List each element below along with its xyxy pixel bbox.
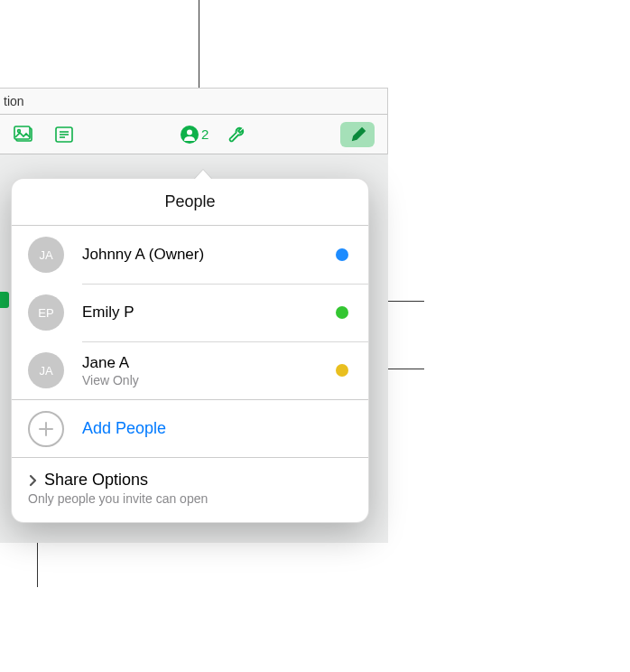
collab-count: 2 (201, 126, 208, 142)
person-name: Johnny A (Owner) (82, 246, 336, 264)
brush-icon (347, 126, 367, 144)
status-dot (336, 248, 348, 261)
avatar: JA (28, 237, 64, 273)
add-people-label: Add People (82, 419, 166, 438)
status-dot (336, 306, 348, 319)
people-icon (180, 125, 199, 145)
svg-rect-1 (14, 126, 30, 139)
person-name: Emily P (82, 303, 336, 322)
media-icon[interactable] (13, 123, 36, 146)
person-name: Jane A (82, 354, 336, 372)
document-title-bar: tion (0, 89, 387, 115)
avatar: JA (28, 352, 64, 388)
person-row[interactable]: EP Emily P (28, 284, 368, 341)
format-paint-button[interactable] (340, 122, 375, 147)
status-dot (336, 364, 348, 377)
person-row[interactable]: JA Jane A View Only (28, 341, 368, 399)
plus-icon (28, 411, 64, 447)
popover-title: People (12, 179, 368, 226)
share-options-sub: Only people you invite can open (28, 491, 352, 506)
popover-arrow (194, 170, 212, 180)
collaborate-button[interactable]: 2 (180, 125, 208, 145)
person-permission: View Only (82, 373, 336, 387)
selection-marker (0, 292, 9, 308)
app-window: tion (0, 88, 388, 537)
svg-point-8 (187, 129, 192, 135)
text-icon[interactable] (52, 123, 76, 146)
add-people-button[interactable]: Add People (12, 399, 368, 457)
chevron-right-icon (28, 474, 37, 487)
person-row[interactable]: JA Johnny A (Owner) (28, 226, 368, 284)
document-title-fragment: tion (4, 94, 24, 108)
people-list: JA Johnny A (Owner) EP Emily P JA (12, 226, 368, 399)
share-options-button[interactable]: Share Options Only people you invite can… (12, 457, 368, 522)
settings-icon[interactable] (227, 123, 250, 146)
people-popover: People JA Johnny A (Owner) EP Emily P (11, 178, 369, 523)
share-options-title: Share Options (44, 471, 148, 490)
toolbar: 2 (0, 115, 387, 154)
avatar: EP (28, 294, 64, 331)
